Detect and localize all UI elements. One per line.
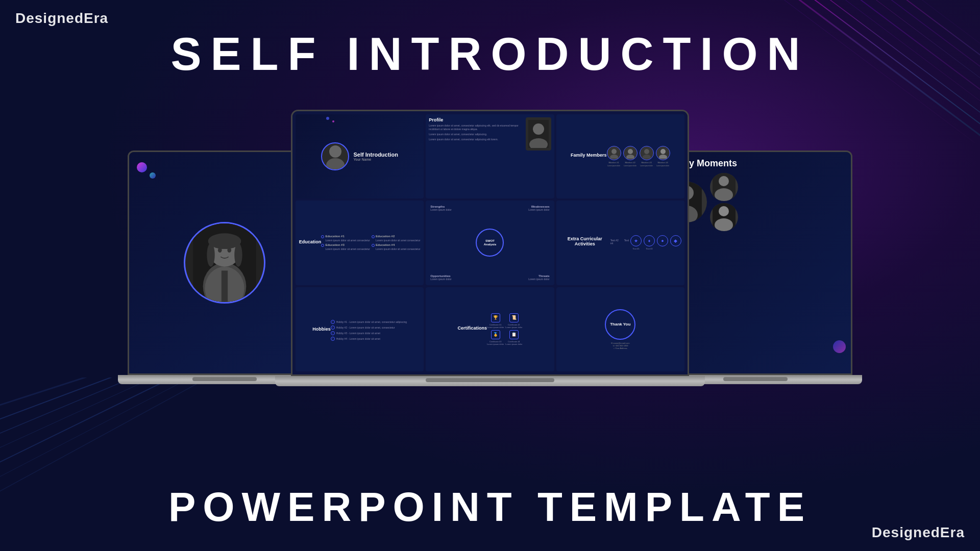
svg-point-45 <box>715 188 733 201</box>
extra-icon-1: ★ Text #5 <box>630 235 642 250</box>
family-label-3: Member #3 <box>641 161 651 164</box>
hobby-item-2: ✓ Hobby #2 - Lorem ipsum dolor sit amet,… <box>331 325 407 330</box>
swot-center-circle: SWOTAnalysis <box>476 229 504 257</box>
edu-text-2: Education #2Lorem ipsum dolor sit amet c… <box>376 235 421 242</box>
swot-opportunities: OpportunitiesLorem ipsum dolor <box>430 274 458 281</box>
extra-icon-circle-3: ● <box>657 235 668 246</box>
hobby-check-4: ✓ <box>331 337 335 341</box>
svg-point-38 <box>660 149 666 154</box>
family-member-1: Member #1 Lorem ipsum dolor <box>607 146 621 167</box>
svg-point-34 <box>628 149 633 154</box>
thankyou-circle: Thank You <box>605 309 635 340</box>
profile-body-2: Lorem ipsum dolor sit amet, consectetur … <box>429 133 522 136</box>
extra-label-2: Text #3 <box>646 247 653 250</box>
extra-icon-circle-2: ♦ <box>644 235 655 246</box>
cert-text-2: Certificate #2Lorem ipsum dolor <box>505 323 522 329</box>
extra-icons-row: ★ Text #5 ♦ Text #3 ● <box>630 235 681 250</box>
cert-icon-1: 🏆 <box>491 313 500 322</box>
bubble-1 <box>137 162 147 172</box>
svg-point-23 <box>218 248 222 253</box>
swot-threats: ThreatsLorem ipsum dolor <box>522 274 550 281</box>
swot-diagram: StrengthsLorem ipsum dolor WeaknessesLor… <box>428 203 552 283</box>
svg-point-21 <box>207 243 214 267</box>
svg-point-32 <box>611 149 617 154</box>
svg-point-22 <box>234 243 242 267</box>
cert-grid: 🏆 Certificate #1Lorem ipsum dolor 📜 Cert… <box>487 313 522 345</box>
extra-title: Extra Curricular Activities <box>559 236 610 246</box>
family-desc-2: Lorem ipsum dolor <box>624 165 636 167</box>
hobby-item-3: ✓ Hobby #3 - Lorem ipsum dolor sit amet <box>331 331 407 335</box>
extra-icon-3: ● <box>657 235 668 250</box>
family-desc-3: Lorem ipsum dolor <box>640 165 653 167</box>
svg-point-37 <box>643 155 651 159</box>
hobbies-title: Hobbies <box>312 327 331 332</box>
svg-point-39 <box>659 155 667 159</box>
right-photos-column <box>710 173 738 231</box>
edu-item-2: Education #2Lorem ipsum dolor sit amet c… <box>372 235 421 242</box>
profile-text: Profile Lorem ipsum dolor sit amet, cons… <box>429 117 522 195</box>
family-desc-4: Lorem ipsum dolor <box>656 165 669 167</box>
edu-text-4: Education #4Lorem ipsum dolor sit amet c… <box>376 243 421 251</box>
right-photo-medium-2 <box>710 203 738 231</box>
person-portrait-circle <box>184 222 265 304</box>
hobby-item-4: ✓ Hobby #4 - Lorem ipsum dolor sit amet <box>331 337 407 341</box>
slide-thank-you: Thank You ✉ name@email.com ☏ 000 000 100… <box>556 287 684 371</box>
right-bubble-2 <box>833 340 846 353</box>
laptop-main-base <box>275 376 705 386</box>
brand-logo-top-left: DesignedEra <box>15 10 108 27</box>
extra-icon-4: ◆ <box>670 235 681 250</box>
extra-icon-2: ♦ Text #3 <box>644 235 655 250</box>
edu-text-3: Education #3Lorem ipsum dolor sit amet c… <box>325 243 370 251</box>
svg-point-27 <box>329 145 341 158</box>
edu-item-4: Education #4Lorem ipsum dolor sit amet c… <box>372 243 421 251</box>
family-label-1: Member #1 <box>608 161 619 164</box>
swot-strengths: StrengthsLorem ipsum dolor <box>430 205 458 211</box>
svg-point-44 <box>719 176 729 186</box>
hobby-text-3: Hobby #3 - Lorem ipsum dolor sit amet <box>336 332 380 335</box>
slide-swot: StrengthsLorem ipsum dolor WeaknessesLor… <box>426 201 554 285</box>
slide-avatar <box>321 142 349 170</box>
profile-inner: Profile Lorem ipsum dolor sit amet, cons… <box>429 117 551 195</box>
thankyou-title: Thank You <box>610 322 630 327</box>
profile-title: Profile <box>429 117 522 122</box>
bottom-title-text: POWERPOINT TEMPLATE <box>168 484 812 531</box>
person-silhouette <box>185 223 264 302</box>
extra-icon-circle-4: ◆ <box>670 235 681 246</box>
svg-point-24 <box>227 248 231 253</box>
certs-title: Certifications <box>458 325 487 331</box>
main-title: SELF INTRODUCTION <box>171 28 810 81</box>
hobby-text-1: Hobby #1 - Lorem ipsum dolor sit amet, c… <box>336 320 407 323</box>
slide-profile: Profile Lorem ipsum dolor sit amet, cons… <box>426 114 554 198</box>
hobby-text-2: Hobby #2 - Lorem ipsum dolor sit amet, c… <box>336 326 395 329</box>
extra-icon-circle-1: ★ <box>630 235 642 246</box>
family-desc-1: Lorem ipsum dolor <box>607 165 620 167</box>
family-member-4: Member #4 Lorem ipsum dolor <box>656 146 670 167</box>
hobby-check-2: ✓ <box>331 325 335 330</box>
slide-education: Education Education #1Lorem ipsum dolor … <box>296 201 424 285</box>
svg-point-35 <box>626 155 634 159</box>
edu-dot-1 <box>321 235 324 238</box>
slide-family-members: Family Members Member #1 Lorem ipsum dol… <box>556 114 684 198</box>
cert-icon-3: 🏅 <box>491 330 500 339</box>
brand-logo-bottom-right: DesignedEra <box>872 524 965 541</box>
family-member-3: Member #3 Lorem ipsum dolor <box>640 146 654 167</box>
family-title: Family Members <box>571 153 607 158</box>
slide-self-introduction: Self Introduction Your Name <box>296 114 424 198</box>
thankyou-info: ✉ name@email.com ☏ 000 000 1000 ⌂ Your A… <box>611 342 629 349</box>
laptop-main: Self Introduction Your Name Profile Lore… <box>291 110 689 406</box>
cert-text-3: Certificate #3Lorem ipsum dolor <box>487 340 504 345</box>
education-items: Education #1Lorem ipsum dolor sit amet c… <box>321 235 420 251</box>
brand-name-bold-br: Era <box>940 524 965 540</box>
education-title: Education <box>299 239 322 244</box>
hobby-check-3: ✓ <box>331 331 335 335</box>
cert-icon-4: 📋 <box>509 330 519 339</box>
profile-body-3: Lorem ipsum dolor sit amet, consectetur … <box>429 138 522 141</box>
svg-point-47 <box>719 206 729 216</box>
bubble-2 <box>150 172 156 179</box>
brand-name-normal: Designed <box>15 10 84 26</box>
family-avatar-1 <box>607 146 621 160</box>
laptop-main-screen: Self Introduction Your Name Profile Lore… <box>292 111 688 374</box>
cert-icon-2: 📜 <box>509 313 519 322</box>
extra-subtitle: Text #2 Text #4 <box>610 239 630 245</box>
family-avatar-2 <box>623 146 638 160</box>
